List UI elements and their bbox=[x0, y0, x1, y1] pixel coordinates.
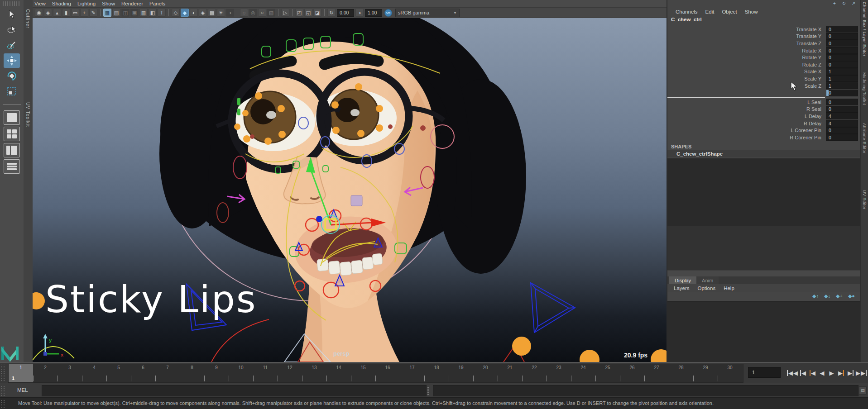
channel-row-rotate-x[interactable]: Rotate X0 bbox=[667, 47, 860, 54]
channel-row-scale-x[interactable]: Scale X1 bbox=[667, 68, 860, 76]
channel-value-field[interactable]: 0 bbox=[826, 40, 858, 47]
channel-row-r-corener-pin[interactable]: R Corener Pin0 bbox=[667, 134, 860, 141]
channel-value-field[interactable]: 0 bbox=[826, 99, 858, 105]
play-forwards-button[interactable]: ▶ bbox=[827, 367, 836, 379]
gamma-icon[interactable]: ◑ bbox=[355, 9, 364, 17]
paint-select-tool-button[interactable] bbox=[4, 38, 20, 52]
channel-row-scale-y[interactable]: Scale Y1 bbox=[667, 75, 860, 82]
command-line-mode-label[interactable]: MEL bbox=[17, 387, 28, 393]
right-tab-attribute-editor[interactable]: Attribute Editor bbox=[862, 123, 867, 154]
time-slider-grip[interactable] bbox=[1, 365, 5, 381]
step-forward-key-button[interactable]: ▶ bbox=[837, 367, 845, 379]
select-camera-icon[interactable]: ◉ bbox=[35, 9, 43, 17]
channel-value-field[interactable]: 0 bbox=[826, 134, 858, 141]
channel-row-r-seal[interactable]: R Seal0 bbox=[667, 106, 860, 113]
four-pane-layout-button[interactable] bbox=[4, 127, 20, 141]
smooth-shade-icon[interactable]: ◆ bbox=[181, 9, 189, 17]
wireframe-icon[interactable]: ◇ bbox=[172, 9, 180, 17]
viewport-menu-view[interactable]: View bbox=[34, 1, 46, 6]
single-pane-layout-button[interactable] bbox=[4, 110, 20, 125]
left-tab-outliner[interactable]: Outliner bbox=[25, 9, 30, 60]
move-tool-button[interactable] bbox=[4, 53, 20, 68]
layer-editor-menu-layers[interactable]: Layers bbox=[674, 285, 690, 291]
channel-value-field[interactable]: 0 bbox=[826, 61, 858, 68]
gate-mask-icon[interactable]: ▣ bbox=[130, 9, 139, 17]
viewport-menu-panels[interactable]: Panels bbox=[149, 1, 165, 6]
layer-editor-tab-display[interactable]: Display bbox=[669, 276, 696, 284]
channel-value-field[interactable]: 0 bbox=[826, 106, 858, 113]
step-back-frame-button[interactable]: ◀ bbox=[799, 367, 807, 379]
grease-pencil-icon[interactable]: ✎ bbox=[89, 9, 97, 17]
lasso-select-tool-button[interactable] bbox=[4, 23, 20, 37]
channel-value-field[interactable]: 0 bbox=[826, 54, 858, 61]
channel-row-l-seal[interactable]: L Seal0 bbox=[667, 99, 860, 106]
new-empty-layer-icon[interactable]: ◆● bbox=[848, 293, 855, 299]
layer-move-down-icon[interactable]: ◆↓ bbox=[824, 293, 830, 299]
channel-box-menu-channels[interactable]: Channels bbox=[676, 9, 698, 14]
channel-row-r-delay[interactable]: R Delay4 bbox=[667, 120, 860, 127]
go-to-range-end-button[interactable]: ▶▶ bbox=[856, 367, 867, 379]
channel-value-field[interactable]: 0 bbox=[826, 33, 858, 40]
wireframe-on-shaded-icon[interactable]: ◈ bbox=[199, 9, 207, 17]
current-frame-field[interactable]: 1 bbox=[748, 367, 781, 378]
pan-zoom-icon[interactable]: + bbox=[80, 9, 88, 17]
command-input-field[interactable] bbox=[42, 385, 427, 396]
channel-value-field[interactable]: 0 bbox=[826, 47, 858, 54]
go-to-range-start-button[interactable]: ◀◀ bbox=[787, 367, 798, 379]
fog-icon[interactable]: ▧ bbox=[267, 9, 275, 17]
channel-value-field[interactable]: 0 bbox=[826, 90, 858, 96]
safe-title-icon[interactable]: T bbox=[158, 9, 166, 17]
channel-value-field[interactable]: 1 bbox=[826, 82, 858, 89]
timeline-playhead[interactable]: 11 bbox=[9, 364, 33, 382]
colorspace-dropdown[interactable]: sRGB gamma▼ bbox=[395, 9, 460, 17]
channel-value-field[interactable]: 0 bbox=[826, 127, 858, 134]
manip-move-icon[interactable]: + bbox=[831, 0, 838, 6]
viewport-canvas[interactable]: y x Sticky Lips persp 20.9 fps bbox=[33, 18, 667, 362]
gamma-field[interactable]: 1.00 bbox=[365, 9, 382, 17]
channel-row-rotate-y[interactable]: Rotate Y0 bbox=[667, 54, 860, 61]
right-tab-uv-editor[interactable]: UV Editor bbox=[862, 190, 867, 209]
lock-camera-icon[interactable]: ◈ bbox=[44, 9, 52, 17]
step-forward-frame-button[interactable]: ▶ bbox=[846, 367, 855, 379]
viewport-menu-renderer[interactable]: Renderer bbox=[121, 1, 143, 6]
viewport-menu-show[interactable]: Show bbox=[102, 1, 115, 6]
lighting-icon[interactable]: ☀ bbox=[217, 9, 225, 17]
channel-value-field[interactable]: 4 bbox=[826, 120, 858, 127]
viewport-menu-lighting[interactable]: Lighting bbox=[77, 1, 96, 6]
viewport-menu-shading[interactable]: Shading bbox=[52, 1, 71, 6]
textured-icon[interactable]: ◐ bbox=[190, 9, 198, 17]
exposure-field[interactable]: 0.00 bbox=[337, 9, 354, 17]
layer-move-up-icon[interactable]: ◆↑ bbox=[812, 293, 819, 299]
play-backwards-button[interactable]: ◀ bbox=[818, 367, 826, 379]
channel-row-scale-z[interactable]: Scale Z1 bbox=[667, 82, 860, 90]
step-back-key-button[interactable]: ◀ bbox=[808, 367, 817, 379]
grid-icon[interactable]: ▦ bbox=[103, 9, 111, 17]
image-plane-icon[interactable]: ▭ bbox=[71, 9, 79, 17]
channel-box-menu-edit[interactable]: Edit bbox=[705, 9, 715, 14]
command-field-divider[interactable] bbox=[427, 386, 429, 395]
channel-row-unnamed[interactable]: 0 bbox=[667, 89, 860, 96]
xray-joints-icon[interactable]: ◱ bbox=[304, 9, 312, 17]
channel-value-field[interactable]: 1 bbox=[826, 68, 858, 75]
color-management-toggle[interactable]: ON bbox=[384, 9, 392, 17]
field-chart-icon[interactable]: ▥ bbox=[139, 9, 148, 17]
bookmark-icon[interactable]: ▮ bbox=[62, 9, 70, 17]
use-default-material-icon[interactable]: ▩ bbox=[208, 9, 216, 17]
channel-row-translate-z[interactable]: Translate Z0 bbox=[667, 40, 860, 47]
channel-row-l-delay[interactable]: L Delay4 bbox=[667, 113, 860, 120]
outliner-pane-layout-button[interactable] bbox=[4, 159, 20, 174]
right-tab-modeling-toolkit[interactable]: Modeling Toolkit bbox=[862, 72, 867, 105]
two-pane-layout-button[interactable] bbox=[4, 143, 20, 157]
film-gate-icon[interactable]: ▤ bbox=[112, 9, 120, 17]
layer-editor-menu-options[interactable]: Options bbox=[698, 285, 716, 291]
xray-icon[interactable]: ◰ bbox=[295, 9, 303, 17]
motion-blur-icon[interactable]: ◎ bbox=[249, 9, 257, 17]
channel-box-menu-show[interactable]: Show bbox=[745, 9, 758, 14]
scale-tool-button[interactable] bbox=[4, 84, 20, 99]
right-tab-channel-box-layer-editor[interactable]: Channel Box / Layer Editor bbox=[862, 2, 867, 57]
channel-row-translate-x[interactable]: Translate X0 bbox=[667, 26, 860, 33]
occlusion-icon[interactable]: ◌ bbox=[240, 9, 248, 17]
command-line-grip[interactable] bbox=[1, 385, 5, 396]
channel-row-l-corener-pin[interactable]: L Corener Pin0 bbox=[667, 127, 860, 134]
new-layer-from-selected-icon[interactable]: ◆+ bbox=[836, 293, 843, 299]
